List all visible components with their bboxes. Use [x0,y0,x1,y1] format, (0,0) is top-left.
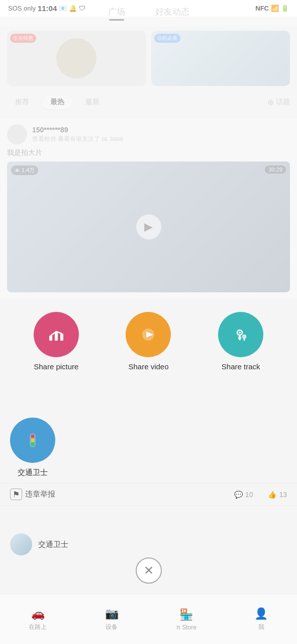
svg-point-10 [31,435,35,438]
nav-drive[interactable]: 🚗 在路上 [29,607,47,631]
svg-point-12 [31,443,35,446]
svg-point-11 [31,439,35,442]
share-picture-circle[interactable] [34,312,79,357]
nav-device-label: 设备 [106,623,118,631]
close-button[interactable]: ✕ [136,557,162,584]
share-traffic-item[interactable]: 交通卫士 [10,418,55,477]
bottom-nav: 🚗 在路上 📷 设备 🏪 π Store 👤 我 [0,594,297,644]
svg-point-8 [244,336,245,337]
share-video-label: Share video [128,362,168,371]
like-count: 13 [279,491,287,499]
nav-profile[interactable]: 👤 我 [254,607,268,631]
share-video-item[interactable]: Share video [126,312,171,371]
drive-icon: 🚗 [31,607,45,621]
device-icon: 📷 [105,607,119,621]
comment-action[interactable]: 💬 10 [234,491,253,499]
share-picture-item[interactable]: Share picture [34,312,79,371]
report-actions: 💬 10 👍 13 [234,491,287,499]
store-icon: 🏪 [179,608,193,622]
nav-store-label: π Store [176,624,196,631]
report-row: ⚑ 违章举报 💬 10 👍 13 [0,483,297,506]
video-play-icon [139,326,157,344]
share-track-label: Share track [222,362,260,371]
nav-device[interactable]: 📷 设备 [105,607,119,631]
chart-icon [47,326,65,344]
community-card: 交通卫士 [0,528,297,560]
nav-drive-label: 在路上 [29,623,47,631]
foreground-overlay: Share picture Share video [0,0,297,644]
like-action[interactable]: 👍 13 [268,491,287,499]
report-label: 违章举报 [25,490,55,499]
nav-profile-label: 我 [258,623,264,631]
flag-icon: ⚑ [10,489,22,500]
map-pin-icon [232,326,250,344]
like-icon: 👍 [268,491,276,499]
share-track-item[interactable]: Share track [218,312,263,371]
profile-icon: 👤 [254,607,268,621]
traffic-light-icon [23,430,43,450]
share-options-row: Share picture Share video [0,312,297,371]
report-text[interactable]: ⚑ 违章举报 [10,489,55,500]
community-name: 交通卫士 [38,540,68,549]
svg-point-6 [239,332,241,334]
svg-rect-2 [60,334,63,341]
nav-store[interactable]: 🏪 π Store [176,608,196,631]
share-traffic-label: 交通卫士 [18,468,48,477]
share-video-circle[interactable] [126,312,171,357]
share-picture-label: Share picture [34,362,78,371]
community-avatar [10,533,32,555]
share-traffic-circle[interactable] [10,418,55,463]
extra-share-row: 交通卫士 [0,418,297,477]
comment-count: 10 [245,491,253,499]
share-track-circle[interactable] [218,312,263,357]
svg-rect-0 [49,336,52,341]
comment-icon: 💬 [234,491,243,499]
